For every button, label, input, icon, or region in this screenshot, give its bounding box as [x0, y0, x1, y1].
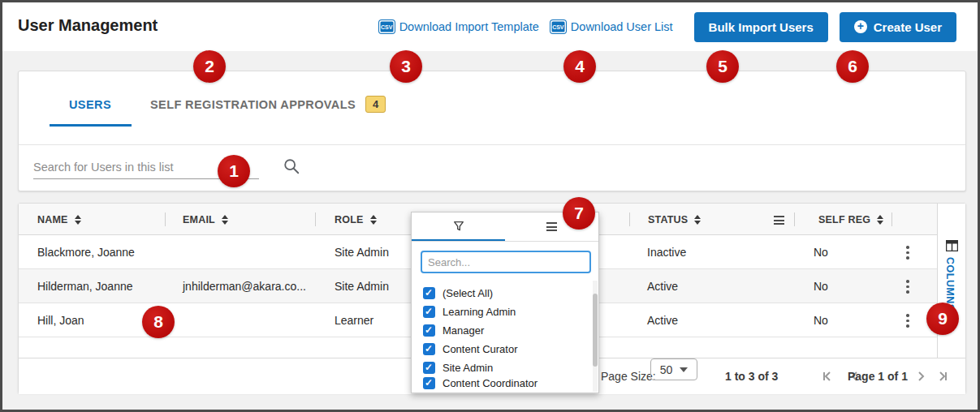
plus-circle-icon: +: [854, 20, 867, 33]
row-actions-kebab-icon[interactable]: [906, 314, 909, 328]
row-range-label: 1 to 3 of 3: [725, 358, 778, 394]
cell-self-reg: No: [814, 235, 828, 269]
annotation-circle-8: 8: [142, 306, 175, 338]
column-header-email[interactable]: EMAIL: [183, 204, 228, 235]
top-header-bar: User Management CSV Download Import Temp…: [2, 2, 978, 51]
cell-email: jnhilderman@akara.co...: [183, 269, 306, 303]
column-divider: [891, 212, 892, 226]
annotation-circle-9: 9: [926, 303, 959, 335]
first-page-icon[interactable]: [821, 370, 834, 386]
download-user-list-link[interactable]: CSV Download User List: [550, 20, 673, 33]
row-actions-kebab-icon[interactable]: [906, 280, 909, 294]
column-divider: [165, 212, 166, 226]
annotation-circle-2: 2: [193, 50, 226, 83]
create-user-button[interactable]: + Create User: [840, 12, 956, 42]
bulk-import-users-label: Bulk Import Users: [709, 20, 814, 34]
sort-icon[interactable]: [75, 215, 81, 225]
column-header-self-reg[interactable]: SELF REG: [818, 204, 883, 235]
page-title: User Management: [18, 16, 158, 35]
column-header-name[interactable]: NAME: [37, 204, 81, 235]
checkbox-checked-icon[interactable]: [423, 377, 435, 389]
annotation-circle-4: 4: [563, 50, 596, 83]
column-header-status[interactable]: STATUS: [648, 204, 701, 235]
checkbox-checked-icon[interactable]: [423, 343, 435, 355]
download-import-template-link[interactable]: CSV Download Import Template: [379, 20, 539, 33]
column-header-role[interactable]: ROLE: [335, 204, 377, 235]
filter-funnel-icon: [452, 220, 465, 233]
divider: [19, 144, 965, 145]
column-menu-icon[interactable]: [774, 216, 784, 225]
sort-icon[interactable]: [694, 215, 701, 225]
filter-search-input[interactable]: [421, 251, 591, 273]
active-tab-underline: [50, 124, 132, 127]
download-import-template-label: Download Import Template: [399, 20, 539, 33]
annotation-circle-6: 6: [836, 50, 869, 83]
menu-burger-icon: [546, 222, 557, 231]
filter-option-select-all[interactable]: (Select All): [423, 287, 493, 299]
tabs-card: USERS SELF REGISTRATION APPROVALS 4: [18, 71, 966, 191]
filter-option[interactable]: Manager: [423, 324, 484, 337]
checkbox-checked-icon[interactable]: [423, 287, 435, 299]
search-icon[interactable]: [283, 157, 300, 178]
tab-self-registration-approvals[interactable]: SELF REGISTRATION APPROVALS 4: [150, 96, 386, 113]
annotation-circle-1: 1: [218, 155, 250, 187]
filter-option[interactable]: Content Coordinator: [423, 377, 537, 389]
user-management-page: User Management CSV Download Import Temp…: [0, 0, 980, 412]
cell-role: Site Admin: [335, 269, 389, 303]
column-divider: [794, 212, 795, 226]
sort-icon[interactable]: [370, 215, 377, 225]
cell-name: Hill, Joan: [37, 303, 84, 337]
cell-self-reg: No: [814, 269, 828, 303]
filter-option[interactable]: Learning Admin: [423, 306, 516, 318]
tab-users[interactable]: USERS: [69, 98, 111, 111]
scrollbar-thumb[interactable]: [593, 294, 598, 367]
column-divider: [315, 212, 316, 226]
cell-status: Active: [647, 269, 678, 303]
page-indicator-label: Page 1 of 1: [848, 358, 908, 394]
cell-role: Site Admin: [335, 235, 389, 269]
cell-name: Hilderman, Joanne: [37, 269, 133, 303]
cell-status: Active: [647, 303, 678, 337]
cell-name: Blackmore, Joanne: [37, 235, 135, 269]
page-size-select[interactable]: 50: [650, 358, 697, 380]
csv-file-icon: CSV: [379, 20, 395, 33]
column-divider: [629, 212, 630, 226]
checkbox-checked-icon[interactable]: [423, 362, 435, 374]
bulk-import-users-button[interactable]: Bulk Import Users: [694, 12, 828, 42]
next-page-icon[interactable]: [914, 370, 927, 386]
columns-grid-icon: [946, 240, 958, 255]
filter-tab[interactable]: [412, 212, 505, 241]
checkbox-checked-icon[interactable]: [423, 324, 435, 337]
download-user-list-label: Download User List: [571, 20, 673, 33]
cell-self-reg: No: [814, 303, 828, 337]
page-size-label: Page Size:: [601, 358, 656, 394]
sort-icon[interactable]: [877, 215, 883, 225]
tab-self-registration-label: SELF REGISTRATION APPROVALS: [150, 98, 356, 111]
filter-option[interactable]: Site Admin: [423, 362, 493, 374]
annotation-circle-3: 3: [390, 50, 422, 83]
cell-role: Learner: [335, 303, 373, 337]
annotation-circle-7: 7: [563, 197, 595, 230]
cell-status: Inactive: [647, 235, 686, 269]
filter-option[interactable]: Content Curator: [423, 343, 518, 355]
checkbox-checked-icon[interactable]: [423, 306, 435, 318]
create-user-label: Create User: [874, 20, 942, 34]
role-filter-popup: (Select All) Learning Admin Manager Cont…: [411, 212, 599, 393]
annotation-circle-5: 5: [706, 50, 739, 83]
csv-file-icon: CSV: [550, 20, 566, 33]
row-actions-kebab-icon[interactable]: [906, 246, 909, 260]
caret-down-icon: [680, 367, 688, 372]
header-actions: CSV Download Import Template CSV Downloa…: [379, 2, 956, 51]
last-page-icon[interactable]: [936, 370, 949, 386]
approvals-count-badge: 4: [365, 96, 386, 113]
sort-icon[interactable]: [222, 215, 228, 225]
